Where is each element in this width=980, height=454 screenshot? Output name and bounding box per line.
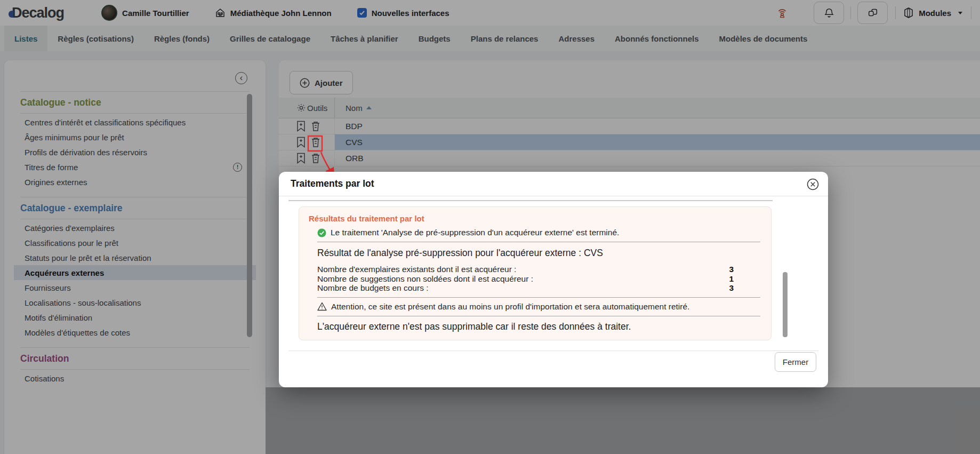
analysis-result-line: Résultat de l'analyse pré-suppression po… [317,248,760,259]
check-circle-icon [317,228,326,237]
results-panel: Résultats du traitement par lot Le trait… [299,206,772,340]
status-text: Le traitement 'Analyse de pré-suppressio… [331,228,619,237]
counter-value: 3 [729,283,734,293]
divider [317,316,760,316]
counter-row: Nombre d'exemplaires existants dont il e… [317,265,760,274]
dialog-header: Traitements par lot [279,172,828,196]
counter-row: Nombre de budgets en cours :3 [317,283,760,293]
batch-treatments-dialog: Traitements par lot Résultats du traitem… [279,172,828,387]
dialog-scrollbar-thumb[interactable] [783,272,788,337]
status-row: Le traitement 'Analyse de pré-suppressio… [317,228,760,237]
counter-value: 3 [729,265,734,274]
conclusion-line: L'acquéreur externe n'est pas supprimabl… [317,321,760,332]
application-window: Decalog Camille Tourtillier Médiathèque … [0,0,980,454]
divider [317,242,760,242]
warning-text: Attention, ce site est présent dans au m… [331,302,689,312]
warning-triangle-icon [317,302,327,311]
dialog-body: Résultats du traitement par lot Le trait… [279,196,828,341]
close-dialog-button[interactable]: Fermer [775,352,816,372]
warning-row: Attention, ce site est présent dans au m… [317,302,760,312]
results-heading: Résultats du traitement par lot [309,214,760,223]
close-icon[interactable] [807,178,819,190]
counter-row: Nombre de suggestions non soldées dont i… [317,274,760,284]
dialog-title: Traitements par lot [291,178,374,189]
divider [317,297,760,298]
counter-value: 1 [729,274,734,284]
horizontal-scrollbar-track[interactable] [288,200,773,201]
footer-divider [288,351,818,351]
